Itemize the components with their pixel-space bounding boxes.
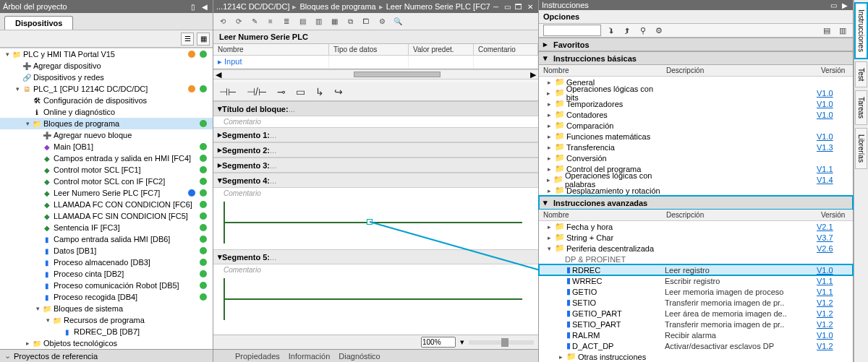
basic-list[interactable]: ▸📁General▸📁Operaciones lógicas con bitsV… [539, 77, 853, 196]
instruction-row[interactable]: ▸📁Otras instrucciones [539, 351, 853, 362]
instruction-row[interactable]: ▮RALRMRecibir alarmaV1.0 [539, 329, 853, 340]
seg5-comment[interactable]: Comentario [213, 264, 538, 275]
expander-icon[interactable]: ▸ [23, 340, 32, 347]
instruction-row[interactable]: ▮SETIOTransferir memoria imagen de pr..V… [539, 297, 853, 308]
expander-icon[interactable]: ▸ [545, 176, 552, 184]
instruction-version[interactable]: V1.0 [817, 331, 853, 340]
expander-icon[interactable]: ▸ [545, 100, 553, 108]
rung-seg5[interactable] [222, 278, 529, 320]
arrow-icon[interactable]: ↪ [334, 86, 343, 98]
tree-item[interactable]: ◆LLAMADA FC CON CONDICION [FC6] [0, 199, 213, 210]
instruction-version[interactable]: V1.1 [817, 288, 853, 296]
instruction-version[interactable]: V1.0 [817, 89, 853, 98]
instruction-version[interactable]: V2.1 [817, 223, 853, 231]
drop-node[interactable] [367, 219, 373, 225]
expander-icon[interactable]: ▾ [545, 245, 553, 252]
adv-list[interactable]: ▸📁Fecha y horaV2.1▸📁String + CharV3.7▾📁P… [539, 221, 853, 362]
instruction-version[interactable]: V2.6 [817, 244, 853, 253]
tree-item[interactable]: ▮Proceso comunicación Robot [DB5] [0, 280, 213, 291]
instruction-row[interactable]: ▾📁Periferia descentralizadaV2.6 [539, 243, 853, 254]
tab-info[interactable]: Información [289, 352, 330, 361]
instruction-row[interactable]: ▸📁Funciones matemáticasV1.0 [539, 131, 853, 142]
tree-view-btn[interactable]: ☰ [181, 33, 194, 46]
tree-item[interactable]: ◆Main [OB1] [0, 141, 213, 152]
find-prev-icon[interactable]: ⮭ [621, 25, 633, 36]
sidetab-libs[interactable]: Librerías [855, 128, 867, 169]
segment-5[interactable]: ▾ Segmento 5: ... [213, 249, 538, 264]
coil-icon[interactable]: ⊸ [277, 86, 286, 98]
instruction-row[interactable]: ▸📁Operaciones lógicas con bitsV1.0 [539, 87, 853, 98]
tree-item[interactable]: ◆LLAMADA FC SIN CONDICION [FC5] [0, 210, 213, 222]
tree-item[interactable]: ▮Proceso almacenado [DB3] [0, 257, 213, 268]
expander-icon[interactable]: ▸ [545, 111, 553, 118]
tree-item[interactable]: 🛠Configuración de dispositivos [0, 95, 213, 106]
expander-icon[interactable]: ▾ [23, 120, 32, 127]
instruction-version[interactable]: V1.1 [817, 277, 853, 285]
tb-icon[interactable]: ▤ [296, 15, 309, 28]
tree-item[interactable]: ℹOnline y diagnóstico [0, 106, 213, 118]
left-footer[interactable]: ⌄ Proyectos de referencia [0, 349, 213, 362]
pin-icon[interactable]: ◀ [200, 2, 210, 11]
tree-item[interactable]: ◆Control motor SCL [FC1] [0, 164, 213, 176]
branch-icon[interactable]: ↳ [315, 86, 324, 98]
instruction-version[interactable]: V1.3 [817, 143, 853, 152]
tree-item[interactable]: ▾🖥PLC_1 [CPU 1214C DC/DC/DC] [0, 83, 213, 95]
close-icon[interactable]: ✕ [525, 2, 535, 11]
expander-icon[interactable]: ▸ [545, 144, 553, 151]
tree-detail-btn[interactable]: ▦ [197, 33, 210, 46]
network-area[interactable]: ▾ Título del bloque: ... Comentario ▸ Se… [213, 101, 538, 335]
instruction-row[interactable]: ▮GETIO_PARTLeer área de memoria imagen d… [539, 308, 853, 319]
collapse-icon[interactable]: ▯ [188, 2, 198, 11]
expander-icon[interactable]: ▾ [13, 85, 22, 92]
minimize-icon[interactable]: ─ [491, 2, 501, 11]
box-icon[interactable]: ▭ [296, 86, 305, 98]
tree-item[interactable]: ➕Agregar nuevo bloque [0, 129, 213, 141]
decl-row[interactable]: ▸ Input [213, 56, 538, 69]
tree-item[interactable]: ▾📁PLC y HMI TIA Portal V15 [0, 48, 213, 60]
instruction-version[interactable]: V3.7 [817, 233, 853, 242]
tree-item[interactable]: ▾📁Bloques de sistema [0, 303, 213, 314]
project-tree[interactable]: ▾📁PLC y HMI TIA Portal V15➕Agregar dispo… [0, 48, 213, 349]
segment-1[interactable]: ▸ Segmento 1: ... [213, 127, 538, 142]
tab-properties[interactable]: Propiedades [235, 352, 280, 361]
basic-instructions-header[interactable]: ▾Instrucciones básicas [539, 51, 853, 65]
expander-icon[interactable]: ▸ [545, 234, 553, 241]
expander-icon[interactable]: ▾ [3, 51, 12, 58]
tb-icon[interactable]: ≣ [280, 15, 293, 28]
segment-4[interactable]: ▾ Segmento 4: ... [213, 173, 538, 188]
tb-icon[interactable]: ⟳ [232, 15, 245, 28]
sidetab-tasks[interactable]: Tareas [855, 90, 867, 125]
instruction-row[interactable]: ▸📁Comparación [539, 120, 853, 131]
instruction-row[interactable]: ▸📁ContadoresV1.0 [539, 109, 853, 120]
tb-icon[interactable]: 🔍 [391, 15, 404, 28]
tb-icon[interactable]: ⧉ [344, 15, 357, 28]
restore-icon[interactable]: ▭ [502, 2, 512, 11]
tree-item[interactable]: ▮Datos [DB1] [0, 245, 213, 257]
bc-1[interactable]: Bloques de programa [299, 2, 375, 11]
expander-icon[interactable]: ▸ [545, 155, 553, 162]
sidetab-test[interactable]: Test [855, 61, 867, 87]
tree-item[interactable]: ◆Control motor SCL con IF [FC2] [0, 176, 213, 187]
tb-icon[interactable]: ▥ [312, 15, 325, 28]
instruction-row[interactable]: ▮RDRECLeer registroV1.0 [539, 264, 853, 275]
tree-item[interactable]: ▮Proceso recogida [DB4] [0, 291, 213, 303]
instruction-row[interactable]: ▮D_ACT_DPActivar/desactivar esclavos DPV… [539, 340, 853, 351]
hscroll-thumb[interactable] [354, 72, 441, 77]
filter-icon[interactable]: ⚲ [637, 25, 649, 36]
instruction-row[interactable]: ▮WRRECEscribir registroV1.1 [539, 275, 853, 286]
expander-icon[interactable]: ▸ [545, 133, 553, 140]
tb-icon[interactable]: ≡ [264, 15, 277, 28]
favorites-header[interactable]: ▸Favoritos [539, 38, 853, 51]
expander-icon[interactable]: ▸ [545, 223, 553, 230]
instruction-row[interactable]: ▸📁TemporizadoresV1.0 [539, 98, 853, 109]
seg4-comment[interactable]: Comentario [213, 188, 538, 199]
zoom-input[interactable] [421, 337, 456, 348]
expander-icon[interactable]: ▸ [556, 353, 565, 361]
tree-item[interactable]: ▮RDREC_DB [DB7] [0, 326, 213, 337]
declaration-table[interactable]: Nombre Tipo de datos Valor predet. Comen… [213, 44, 538, 69]
instruction-row[interactable]: ▸📁Operaciones lógicas con palabrasV1.4 [539, 174, 853, 185]
tree-item[interactable]: ◆Campos entrada y salida en HMI [FC4] [0, 152, 213, 164]
zoom-dropdown-icon[interactable]: ▾ [460, 337, 464, 347]
tree-item[interactable]: ▾📁Bloques de programa [0, 118, 213, 129]
contact-nc-icon[interactable]: ⊣/⊢ [247, 86, 267, 98]
